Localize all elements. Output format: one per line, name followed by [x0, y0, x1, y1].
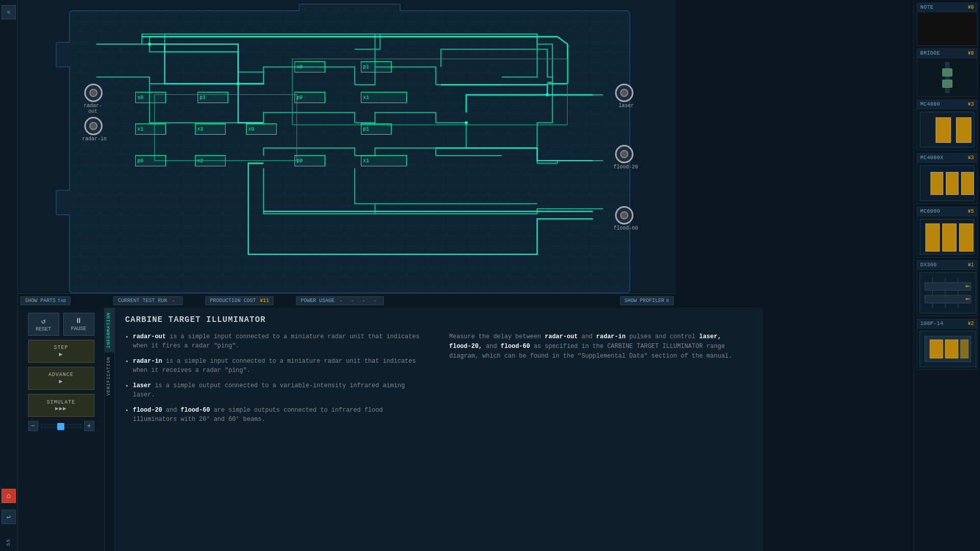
- rp-item-mc6000[interactable]: MC6000 ¥5: [917, 207, 977, 258]
- info-content: • radar-out is a simple input connected …: [125, 332, 753, 430]
- sidebar-label: S5: [6, 538, 11, 546]
- info-title: CARBINE TARGET ILLUMINATOR: [125, 315, 753, 324]
- advance-button[interactable]: ADVANCE ▶: [28, 367, 94, 390]
- circuit-board[interactable]: radar-out radar-in laser flood-20 flood-…: [69, 10, 630, 293]
- current-test-run-button[interactable]: CURRENT TEST RUN -: [113, 296, 183, 305]
- comp-p1-1[interactable]: p1: [198, 92, 228, 103]
- speed-decrease-button[interactable]: −: [28, 421, 38, 431]
- rp-item-note[interactable]: NOTE ¥0: [917, 3, 977, 46]
- board-notch-left-bottom: [56, 190, 70, 215]
- info-right-text: Measure the delay between radar-out and …: [449, 332, 753, 362]
- show-profiler-button[interactable]: SHOW PROFILER R: [620, 296, 674, 305]
- svg-rect-15: [945, 340, 958, 358]
- simulate-button[interactable]: SIMULATE ▶▶▶: [28, 394, 94, 417]
- speed-slider[interactable]: [41, 424, 82, 428]
- back-button[interactable]: ↩: [2, 510, 16, 524]
- production-cost-button[interactable]: PRODUCTION COST ¥11: [205, 296, 274, 305]
- svg-point-1: [148, 43, 151, 46]
- comp-p0-2[interactable]: p0: [135, 155, 166, 166]
- board-notch-left-top: [56, 42, 70, 67]
- speed-slider-row: − +: [28, 421, 94, 431]
- rp-mc6000-preview: [917, 216, 977, 257]
- tab-information[interactable]: INFORMATION: [105, 308, 114, 352]
- rp-item-mc4000[interactable]: MC4000 ¥3: [917, 99, 977, 151]
- main-canvas: radar-out radar-in laser flood-20 flood-…: [18, 0, 676, 306]
- comp-x0-3[interactable]: x0: [246, 123, 277, 135]
- info-panel: CARBINE TARGET ILLUMINATOR ◀ 1/1 ▶ • rad…: [115, 308, 763, 551]
- info-right-col: Measure the delay between radar-out and …: [449, 332, 753, 430]
- bottom-panel: INFORMATION VERIFICATION CARBINE TARGET …: [105, 308, 763, 551]
- info-item-4: • flood-20 and flood-60 are simple outpu…: [125, 406, 429, 424]
- sidebar-btn-1[interactable]: ≡: [2, 5, 16, 19]
- controls-panel: ↺ RESET ⏸ PAUSE STEP ▶ ADVANCE ▶ SIMULAT…: [18, 308, 105, 551]
- svg-rect-14: [930, 340, 943, 358]
- board-notch-top: [299, 4, 401, 11]
- svg-point-0: [237, 82, 240, 85]
- info-item-2: • radar-in is a simple input connected t…: [125, 357, 429, 375]
- svg-rect-9: [925, 295, 971, 303]
- rp-item-100p14[interactable]: 100P-14 ¥2: [917, 319, 977, 370]
- rp-item-mc4000x[interactable]: MC4000X ¥3: [917, 153, 977, 204]
- info-item-1: • radar-out is a simple input connected …: [125, 332, 429, 350]
- rp-item-bridge[interactable]: BRIDGE ¥0: [917, 48, 977, 97]
- rp-mc4000x-preview: [917, 163, 977, 204]
- bottom-toolbar: SHOW PARTS TAB CURRENT TEST RUN - PRODUC…: [18, 293, 676, 308]
- rp-note-preview: [917, 12, 977, 45]
- comp-x1-1[interactable]: x1: [361, 92, 407, 103]
- left-sidebar: ≡ ⌂ ↩ S5: [0, 0, 18, 551]
- right-panel: NOTE ¥0 BRIDGE ¥0 MC4000 ¥3: [914, 0, 980, 551]
- rp-bridge-preview: [917, 58, 977, 96]
- comp-block-2: [292, 59, 568, 125]
- show-parts-button[interactable]: SHOW PARTS TAB: [20, 296, 70, 305]
- svg-rect-16: [961, 340, 968, 358]
- power-usage-button[interactable]: POWER USAGE - - - -: [296, 296, 384, 305]
- comp-p0-1[interactable]: p0: [295, 92, 325, 103]
- speed-increase-button[interactable]: +: [84, 421, 94, 431]
- rp-100p14-preview: [917, 329, 977, 369]
- rp-mc4000-preview: [917, 109, 977, 150]
- comp-p1-3[interactable]: p1: [361, 123, 391, 135]
- pause-button[interactable]: ⏸ PAUSE: [63, 313, 94, 336]
- home-button[interactable]: ⌂: [2, 489, 16, 503]
- comp-x1-3[interactable]: x1: [361, 155, 407, 166]
- svg-rect-4: [920, 272, 976, 313]
- side-tabs: INFORMATION VERIFICATION: [105, 308, 115, 551]
- rp-item-dx300[interactable]: DX300 ¥1: [917, 260, 977, 316]
- comp-x1-2[interactable]: x1: [135, 123, 166, 135]
- rp-dx300-preview: [917, 270, 977, 316]
- reset-button[interactable]: ↺ RESET: [28, 313, 59, 336]
- comp-x3[interactable]: x3: [195, 123, 226, 135]
- comp-x2[interactable]: x2: [195, 155, 226, 166]
- tab-verification[interactable]: VERIFICATION: [105, 352, 114, 400]
- info-item-3: • laser is a simple output connected to …: [125, 381, 429, 399]
- comp-p0-3[interactable]: p0: [295, 155, 325, 166]
- step-button[interactable]: STEP ▶: [28, 340, 94, 363]
- svg-rect-8: [925, 283, 971, 290]
- info-left-col: • radar-out is a simple input connected …: [125, 332, 429, 430]
